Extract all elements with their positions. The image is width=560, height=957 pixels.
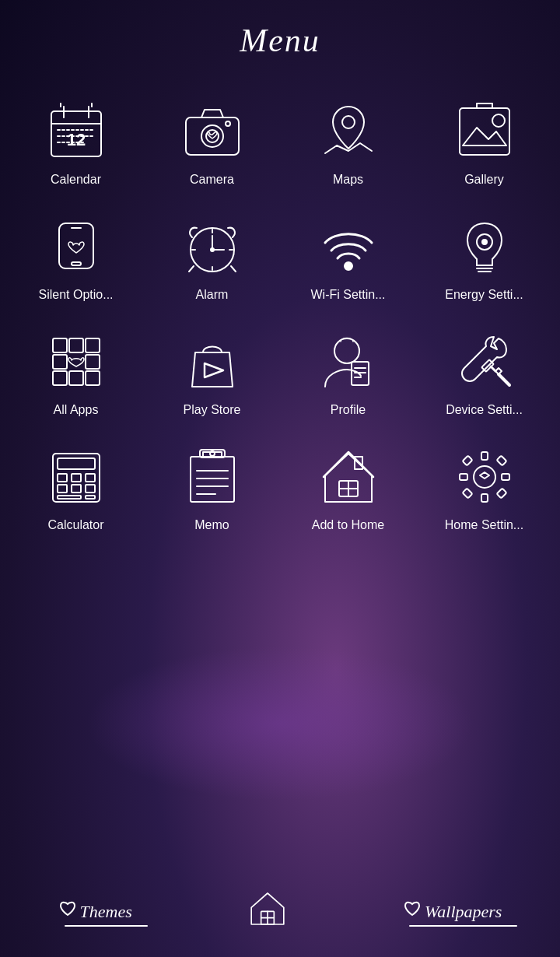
svg-line-21 bbox=[189, 266, 194, 272]
profile-icon bbox=[313, 327, 383, 397]
svg-rect-82 bbox=[496, 489, 506, 499]
alarm-icon bbox=[177, 212, 247, 282]
app-item-camera[interactable]: Camera bbox=[144, 82, 280, 198]
app-label-devicesettings: Device Setti... bbox=[446, 403, 523, 417]
svg-rect-56 bbox=[72, 474, 81, 482]
svg-rect-57 bbox=[86, 474, 95, 482]
svg-rect-40 bbox=[86, 355, 100, 369]
svg-point-74 bbox=[474, 466, 495, 488]
addtohome-icon bbox=[313, 442, 383, 512]
app-item-memo[interactable]: Memo bbox=[144, 428, 280, 543]
app-label-profile: Profile bbox=[331, 403, 366, 417]
energy-icon bbox=[450, 212, 520, 282]
app-item-homesettings[interactable]: Home Settin... bbox=[416, 428, 552, 543]
app-item-addtohome[interactable]: Add to Home bbox=[280, 428, 416, 543]
svg-rect-18 bbox=[72, 262, 81, 265]
svg-rect-76 bbox=[481, 494, 488, 502]
app-label-camera: Camera bbox=[190, 173, 234, 187]
themes-label: Themes bbox=[80, 902, 132, 922]
svg-rect-60 bbox=[86, 485, 95, 493]
svg-point-25 bbox=[211, 248, 214, 251]
app-item-gallery[interactable]: Gallery bbox=[416, 82, 552, 198]
svg-rect-55 bbox=[58, 474, 67, 482]
svg-point-30 bbox=[345, 262, 352, 270]
devicesettings-icon bbox=[450, 327, 520, 397]
svg-point-14 bbox=[342, 116, 355, 128]
svg-line-22 bbox=[231, 266, 236, 272]
svg-point-13 bbox=[226, 121, 230, 126]
svg-point-16 bbox=[492, 114, 505, 127]
svg-text:12: 12 bbox=[66, 130, 85, 149]
svg-rect-37 bbox=[69, 338, 83, 352]
app-item-profile[interactable]: Profile bbox=[280, 313, 416, 428]
app-label-addtohome: Add to Home bbox=[312, 518, 384, 532]
app-label-alarm: Alarm bbox=[196, 288, 229, 302]
svg-rect-42 bbox=[69, 371, 83, 385]
svg-rect-79 bbox=[462, 456, 472, 466]
app-item-playstore[interactable]: Play Store bbox=[144, 313, 280, 428]
svg-point-35 bbox=[482, 240, 487, 244]
app-label-playstore: Play Store bbox=[184, 403, 241, 417]
svg-rect-58 bbox=[58, 485, 67, 493]
svg-marker-44 bbox=[205, 363, 223, 377]
svg-rect-59 bbox=[72, 485, 81, 493]
wallpapers-heart-icon bbox=[403, 899, 422, 921]
app-item-energy[interactable]: Energy Setti... bbox=[416, 198, 552, 313]
app-item-maps[interactable]: Maps bbox=[280, 82, 416, 198]
wallpapers-label: Wallpapers bbox=[425, 902, 502, 922]
playstore-icon bbox=[177, 327, 247, 397]
gallery-icon bbox=[450, 96, 520, 167]
silent-icon bbox=[41, 212, 111, 282]
calculator-icon bbox=[41, 442, 111, 512]
svg-point-45 bbox=[334, 338, 359, 363]
calendar-icon: 12 bbox=[41, 96, 111, 167]
app-label-allapps: All Apps bbox=[54, 403, 99, 417]
app-item-alarm[interactable]: Alarm bbox=[144, 198, 280, 313]
svg-rect-61 bbox=[58, 496, 81, 499]
camera-icon bbox=[177, 96, 247, 167]
app-grid: 12 Calendar Camera bbox=[0, 67, 560, 559]
allapps-icon bbox=[41, 327, 111, 397]
svg-rect-81 bbox=[462, 489, 472, 499]
memo-icon bbox=[177, 442, 247, 512]
svg-rect-53 bbox=[53, 454, 100, 502]
page-title: Menu bbox=[0, 0, 560, 67]
svg-line-50 bbox=[499, 374, 509, 385]
app-item-allapps[interactable]: All Apps bbox=[8, 313, 144, 428]
app-item-wifi[interactable]: Wi-Fi Settin... bbox=[280, 198, 416, 313]
svg-rect-38 bbox=[86, 338, 100, 352]
home-button[interactable] bbox=[248, 889, 287, 931]
app-label-energy: Energy Setti... bbox=[445, 288, 523, 302]
svg-rect-39 bbox=[53, 355, 67, 369]
app-item-calculator[interactable]: Calculator bbox=[8, 428, 144, 543]
app-label-maps: Maps bbox=[333, 173, 363, 187]
themes-heart-icon bbox=[58, 899, 77, 921]
svg-rect-41 bbox=[53, 371, 67, 385]
app-label-gallery: Gallery bbox=[464, 173, 504, 187]
wifi-icon bbox=[313, 212, 383, 282]
themes-button[interactable]: Themes bbox=[58, 899, 132, 922]
app-label-calendar: Calendar bbox=[51, 173, 101, 187]
svg-rect-36 bbox=[53, 338, 67, 352]
wallpapers-button[interactable]: Wallpapers bbox=[403, 899, 502, 922]
app-label-memo: Memo bbox=[194, 518, 229, 532]
app-item-devicesettings[interactable]: Device Setti... bbox=[416, 313, 552, 428]
svg-rect-80 bbox=[496, 456, 506, 466]
svg-rect-77 bbox=[460, 474, 467, 480]
app-item-silent[interactable]: Silent Optio... bbox=[8, 198, 144, 313]
app-item-calendar[interactable]: 12 Calendar bbox=[8, 82, 144, 198]
svg-rect-78 bbox=[502, 474, 509, 480]
svg-rect-75 bbox=[481, 452, 488, 460]
maps-icon bbox=[313, 96, 383, 167]
bottom-navigation: Themes Wallpapers bbox=[0, 864, 560, 957]
svg-point-69 bbox=[210, 451, 215, 456]
svg-rect-43 bbox=[86, 371, 100, 385]
app-label-wifi: Wi-Fi Settin... bbox=[310, 288, 385, 302]
svg-rect-62 bbox=[86, 496, 95, 499]
app-label-calculator: Calculator bbox=[47, 518, 103, 532]
app-label-homesettings: Home Settin... bbox=[445, 518, 523, 532]
svg-point-11 bbox=[201, 125, 223, 147]
home-icon bbox=[248, 889, 287, 931]
app-label-silent: Silent Optio... bbox=[38, 288, 113, 302]
svg-rect-54 bbox=[58, 458, 95, 469]
